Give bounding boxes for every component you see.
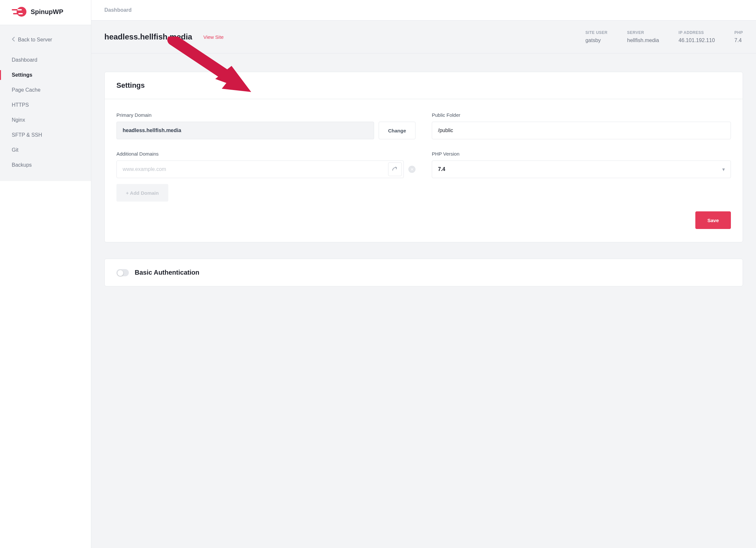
- sidebar-item-sftp-ssh[interactable]: SFTP & SSH: [0, 128, 91, 143]
- primary-domain-label: Primary Domain: [116, 112, 416, 118]
- additional-domains-field: Additional Domains: [116, 151, 416, 202]
- spinupwp-logo-icon: [12, 7, 27, 17]
- sidebar-item-settings[interactable]: Settings: [0, 68, 91, 83]
- meta-value: hellfish.media: [627, 38, 659, 43]
- meta-label: SERVER: [627, 30, 659, 35]
- main: Dashboard headless.hellfish.media View S…: [91, 0, 756, 548]
- sidebar-item-nginx[interactable]: Nginx: [0, 113, 91, 128]
- sidebar-item-git[interactable]: Git: [0, 143, 91, 158]
- sidebar-item-backups[interactable]: Backups: [0, 158, 91, 173]
- sidebar-item-page-cache[interactable]: Page Cache: [0, 83, 91, 98]
- additional-domain-input[interactable]: [116, 160, 404, 178]
- remove-domain-button[interactable]: ✕: [408, 166, 416, 173]
- settings-card: Settings Primary Domain Change: [104, 72, 743, 242]
- svg-rect-4: [18, 13, 23, 14]
- meta-value: gatsby: [585, 38, 608, 43]
- sidebar-item-https[interactable]: HTTPS: [0, 98, 91, 113]
- save-button[interactable]: Save: [695, 211, 731, 229]
- php-version-field: PHP Version 7.4 ▾: [432, 151, 731, 202]
- add-domain-button[interactable]: + Add Domain: [116, 184, 168, 202]
- svg-point-0: [17, 7, 26, 17]
- meta-ip: IP ADDRESS 46.101.192.110: [679, 30, 715, 43]
- basic-auth-toggle[interactable]: [116, 269, 129, 276]
- meta-label: SITE USER: [585, 30, 608, 35]
- meta-server: SERVER hellfish.media: [627, 30, 659, 43]
- settings-card-title: Settings: [116, 81, 731, 90]
- basic-auth-title: Basic Authentication: [135, 269, 199, 276]
- additional-domains-label: Additional Domains: [116, 151, 416, 157]
- meta-php: PHP 7.4: [734, 30, 743, 43]
- primary-domain-input: [116, 122, 374, 139]
- php-version-label: PHP Version: [432, 151, 731, 157]
- change-domain-button[interactable]: Change: [379, 122, 416, 139]
- brand-name: SpinupWP: [31, 8, 63, 16]
- meta-site-user: SITE USER gatsby: [585, 30, 608, 43]
- close-icon: ✕: [410, 167, 414, 172]
- chevron-left-icon: [12, 37, 15, 43]
- redirect-arrow-icon: [392, 166, 398, 172]
- basic-auth-card: Basic Authentication: [104, 259, 743, 286]
- php-version-select[interactable]: 7.4 ▾: [432, 160, 731, 178]
- view-site-link[interactable]: View Site: [203, 34, 223, 40]
- sidebar-item-dashboard[interactable]: Dashboard: [0, 53, 91, 68]
- back-label: Back to Server: [18, 37, 52, 43]
- meta-value: 7.4: [734, 38, 743, 43]
- chevron-down-icon: ▾: [722, 167, 725, 172]
- public-folder-label: Public Folder: [432, 112, 731, 118]
- public-folder-input[interactable]: [432, 122, 731, 139]
- redirect-icon-button[interactable]: [388, 162, 402, 176]
- breadcrumb[interactable]: Dashboard: [104, 7, 132, 13]
- php-version-value: 7.4: [438, 166, 445, 172]
- site-title: headless.hellfish.media: [104, 32, 192, 41]
- meta-value: 46.101.192.110: [679, 38, 715, 43]
- logo[interactable]: SpinupWP: [0, 0, 91, 25]
- public-folder-field: Public Folder: [432, 112, 731, 139]
- meta-label: IP ADDRESS: [679, 30, 715, 35]
- svg-rect-3: [17, 9, 22, 10]
- topbar: Dashboard: [91, 0, 756, 21]
- back-to-server-link[interactable]: Back to Server: [0, 34, 91, 53]
- primary-domain-field: Primary Domain Change: [116, 112, 416, 139]
- site-header: headless.hellfish.media View Site SITE U…: [91, 21, 756, 53]
- meta-label: PHP: [734, 30, 743, 35]
- sidebar: SpinupWP Back to Server Dashboard Settin…: [0, 0, 91, 548]
- svg-rect-2: [13, 13, 18, 14]
